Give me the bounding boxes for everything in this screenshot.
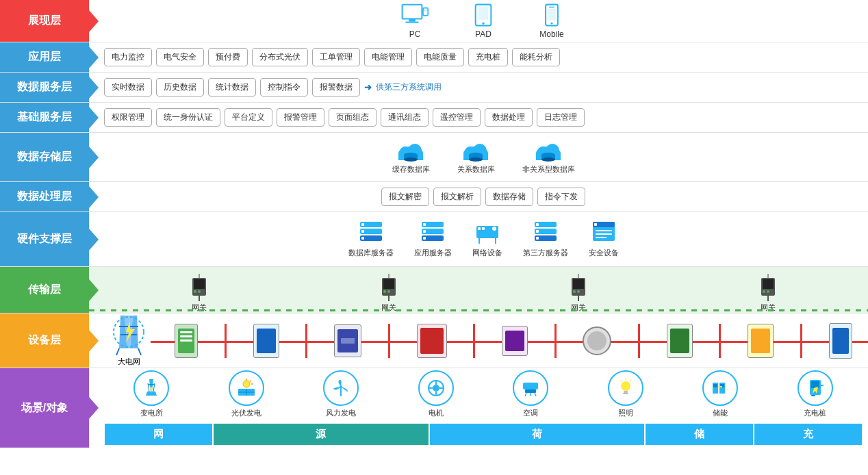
gateway-2: 网关 (379, 274, 398, 313)
pc-item: PC (401, 3, 429, 39)
svg-point-69 (198, 290, 201, 293)
vline-7 (719, 324, 721, 358)
solar-icon (235, 377, 257, 399)
device-items (164, 323, 863, 359)
chip-lssj: 历史数据 (156, 78, 204, 97)
content-changjing: 变电所 光伏发电 (89, 368, 868, 449)
svg-rect-10 (549, 6, 554, 7)
gateway-icon-4 (758, 274, 778, 301)
svg-point-33 (541, 157, 555, 162)
content-yingyong: 电力监控 电气安全 预付费 分布式光伏 工单管理 电能管理 电能质量 充电桩 能… (89, 44, 868, 70)
cloud-group: 缓存数据库 关系数据库 (392, 140, 575, 175)
cloud-cache: 缓存数据库 (392, 140, 430, 175)
svg-rect-38 (361, 230, 364, 233)
vline-5 (554, 324, 557, 358)
scene-charger: 充电桩 (797, 370, 833, 418)
svg-point-74 (383, 290, 386, 293)
hw-third-server: 第三方服务器 (523, 220, 568, 258)
svg-rect-83 (763, 279, 774, 289)
svg-rect-3 (423, 8, 428, 15)
device-9 (829, 323, 852, 359)
chip-ymzt: 页面组态 (329, 108, 376, 127)
label-xianxian: 展现层 (0, 0, 89, 42)
svg-rect-135 (811, 381, 819, 388)
tag-charge: 充 (754, 424, 862, 445)
substation-icon (141, 378, 162, 398)
svg-rect-119 (525, 389, 536, 393)
content-yingjian: 数据库服务器 应用服务器 (89, 216, 868, 262)
device-8 (748, 324, 774, 358)
security-icon (590, 220, 617, 245)
arrow-third-party: ➜ (364, 82, 372, 92)
network-icon (474, 220, 501, 245)
third-server-icon (532, 220, 559, 245)
layer-changjing: 场景/对象 变电所 (0, 368, 868, 448)
svg-rect-133 (718, 386, 722, 387)
vline-6 (638, 324, 640, 358)
content-shuju-cl: 报文解密 报文解析 数据存储 指令下发 (89, 183, 868, 210)
content-jichu-fw: 权限管理 统一身份认证 平台定义 报警管理 页面组态 通讯组态 遥控管理 数据处… (89, 104, 868, 131)
svg-rect-37 (361, 223, 364, 226)
gateway-icon-2 (379, 274, 398, 301)
label-shuju-cl: 数据处理层 (0, 182, 89, 211)
vline-1 (225, 324, 227, 358)
svg-rect-77 (573, 279, 584, 289)
gateway-1: 网关 (190, 274, 209, 313)
svg-rect-62 (596, 233, 612, 235)
svg-point-113 (433, 385, 439, 391)
device-7 (667, 324, 693, 358)
content-chuanshu: 网关 网关 (89, 268, 868, 313)
svg-rect-63 (596, 237, 607, 238)
device-2 (253, 324, 279, 358)
chip-ptdy: 平台定义 (225, 108, 272, 127)
label-yingjian: 硬件支撑层 (0, 212, 89, 266)
cloud-nosql: 非关系型数据库 (522, 140, 575, 175)
chip-kzzl: 控制指令 (260, 78, 308, 97)
layer-xianxian: 展现层 PC PAD (0, 0, 868, 42)
cloud-relational: 关系数据库 (457, 140, 495, 175)
chip-yff: 预付费 (208, 48, 248, 66)
svg-rect-45 (423, 237, 426, 240)
device-4 (417, 324, 447, 358)
chip-nhfx: 能耗分析 (512, 48, 560, 66)
scene-circle-charger (797, 370, 833, 406)
motor-icon (425, 377, 447, 399)
label-chuanshu: 传输层 (0, 267, 89, 313)
vline-3 (388, 324, 390, 358)
svg-point-86 (763, 290, 765, 293)
chip-sssj: 实时数据 (104, 78, 152, 97)
svg-line-127 (630, 380, 631, 381)
svg-rect-43 (423, 223, 426, 226)
svg-point-103 (243, 381, 250, 387)
svg-line-128 (620, 380, 622, 381)
svg-rect-118 (523, 383, 538, 389)
scene-solar: 光伏发电 (229, 370, 264, 418)
chip-cdz: 充电桩 (468, 48, 508, 66)
content-shebei: 大电网 (89, 310, 868, 371)
label-changjing: 场景/对象 (0, 368, 89, 448)
svg-point-81 (577, 290, 580, 293)
mobile-icon (538, 3, 565, 27)
svg-rect-0 (403, 4, 422, 18)
cloud-cache-icon (396, 140, 426, 162)
svg-line-120 (525, 393, 526, 396)
hw-app-server: 应用服务器 (414, 220, 452, 258)
label-yingyong: 应用层 (0, 42, 89, 72)
chip-sjcl: 数据处理 (485, 108, 533, 127)
chip-qxgl: 权限管理 (104, 108, 152, 127)
layer-yingyong: 应用层 电力监控 电气安全 预付费 分布式光伏 工单管理 电能管理 电能质量 充… (0, 42, 868, 73)
vline-2 (305, 324, 307, 358)
scene-circle-light (608, 370, 643, 406)
content-shuju-fw: 实时数据 历史数据 统计数据 控制指令 报警数据 ➜ 供第三方系统调用 (89, 74, 868, 101)
svg-rect-61 (596, 230, 612, 231)
scene-circle-ac (513, 370, 548, 406)
gateway-4: 网关 (758, 274, 778, 313)
tag-net: 网 (105, 424, 212, 445)
svg-rect-131 (713, 384, 717, 387)
chip-dNGL: 电能管理 (364, 48, 412, 66)
vline-4 (473, 324, 475, 358)
app-server-icon (419, 220, 446, 245)
device-1 (175, 324, 198, 358)
cloud-nosql-icon (533, 140, 563, 162)
main-container: 展现层 PC PAD (0, 0, 868, 475)
